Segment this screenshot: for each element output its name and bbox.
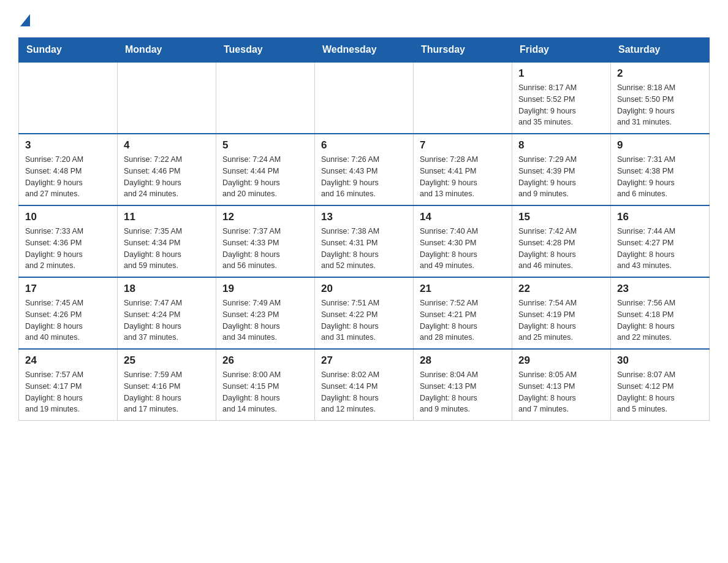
- logo: [18, 12, 30, 25]
- day-info: Sunrise: 7:38 AM Sunset: 4:31 PM Dayligh…: [321, 226, 407, 272]
- calendar-week-row: 10Sunrise: 7:33 AM Sunset: 4:36 PM Dayli…: [19, 205, 710, 277]
- calendar-header-row: SundayMondayTuesdayWednesdayThursdayFrid…: [19, 38, 710, 63]
- calendar-cell: 4Sunrise: 7:22 AM Sunset: 4:46 PM Daylig…: [118, 134, 216, 205]
- day-info: Sunrise: 7:28 AM Sunset: 4:41 PM Dayligh…: [420, 154, 506, 200]
- day-info: Sunrise: 8:18 AM Sunset: 5:50 PM Dayligh…: [617, 82, 703, 128]
- day-info: Sunrise: 7:20 AM Sunset: 4:48 PM Dayligh…: [25, 154, 111, 200]
- calendar-cell: 2Sunrise: 8:18 AM Sunset: 5:50 PM Daylig…: [611, 62, 710, 134]
- day-info: Sunrise: 7:52 AM Sunset: 4:21 PM Dayligh…: [420, 297, 506, 343]
- day-info: Sunrise: 7:37 AM Sunset: 4:33 PM Dayligh…: [222, 226, 308, 272]
- calendar-cell: 19Sunrise: 7:49 AM Sunset: 4:23 PM Dayli…: [216, 277, 315, 349]
- calendar-cell: [216, 62, 315, 134]
- day-info: Sunrise: 7:26 AM Sunset: 4:43 PM Dayligh…: [321, 154, 407, 200]
- logo-arrow-icon: [20, 14, 30, 26]
- day-number: 19: [222, 283, 308, 295]
- day-info: Sunrise: 8:00 AM Sunset: 4:15 PM Dayligh…: [222, 369, 308, 415]
- day-info: Sunrise: 8:02 AM Sunset: 4:14 PM Dayligh…: [321, 369, 407, 415]
- day-info: Sunrise: 7:51 AM Sunset: 4:22 PM Dayligh…: [321, 297, 407, 343]
- day-info: Sunrise: 7:56 AM Sunset: 4:18 PM Dayligh…: [617, 297, 703, 343]
- day-number: 28: [420, 354, 506, 367]
- day-info: Sunrise: 7:47 AM Sunset: 4:24 PM Dayligh…: [124, 297, 210, 343]
- day-number: 4: [124, 139, 210, 151]
- calendar-cell: 16Sunrise: 7:44 AM Sunset: 4:27 PM Dayli…: [611, 205, 710, 277]
- calendar-cell: 20Sunrise: 7:51 AM Sunset: 4:22 PM Dayli…: [315, 277, 414, 349]
- day-info: Sunrise: 7:24 AM Sunset: 4:44 PM Dayligh…: [222, 154, 308, 200]
- calendar-week-row: 1Sunrise: 8:17 AM Sunset: 5:52 PM Daylig…: [19, 62, 710, 134]
- day-info: Sunrise: 8:04 AM Sunset: 4:13 PM Dayligh…: [420, 369, 506, 415]
- day-info: Sunrise: 7:57 AM Sunset: 4:17 PM Dayligh…: [25, 369, 111, 415]
- calendar-cell: 22Sunrise: 7:54 AM Sunset: 4:19 PM Dayli…: [512, 277, 611, 349]
- day-number: 27: [321, 354, 407, 367]
- calendar-cell: [315, 62, 414, 134]
- day-number: 30: [617, 354, 703, 367]
- day-number: 5: [222, 139, 308, 151]
- calendar-cell: 12Sunrise: 7:37 AM Sunset: 4:33 PM Dayli…: [216, 205, 315, 277]
- day-info: Sunrise: 7:33 AM Sunset: 4:36 PM Dayligh…: [25, 226, 111, 272]
- calendar-cell: 13Sunrise: 7:38 AM Sunset: 4:31 PM Dayli…: [315, 205, 414, 277]
- day-number: 3: [25, 139, 111, 151]
- calendar-cell: 9Sunrise: 7:31 AM Sunset: 4:38 PM Daylig…: [611, 134, 710, 205]
- day-number: 20: [321, 283, 407, 295]
- day-number: 26: [222, 354, 308, 367]
- calendar-cell: 21Sunrise: 7:52 AM Sunset: 4:21 PM Dayli…: [414, 277, 512, 349]
- day-number: 14: [420, 211, 506, 223]
- day-number: 25: [124, 354, 210, 367]
- calendar-cell: [118, 62, 216, 134]
- day-info: Sunrise: 7:45 AM Sunset: 4:26 PM Dayligh…: [25, 297, 111, 343]
- weekday-header-wednesday: Wednesday: [315, 38, 414, 63]
- calendar-cell: 1Sunrise: 8:17 AM Sunset: 5:52 PM Daylig…: [512, 62, 611, 134]
- day-info: Sunrise: 7:49 AM Sunset: 4:23 PM Dayligh…: [222, 297, 308, 343]
- calendar-cell: 28Sunrise: 8:04 AM Sunset: 4:13 PM Dayli…: [414, 349, 512, 421]
- calendar-cell: 7Sunrise: 7:28 AM Sunset: 4:41 PM Daylig…: [414, 134, 512, 205]
- day-number: 17: [25, 283, 111, 295]
- day-info: Sunrise: 7:22 AM Sunset: 4:46 PM Dayligh…: [124, 154, 210, 200]
- day-number: 24: [25, 354, 111, 367]
- day-info: Sunrise: 8:07 AM Sunset: 4:12 PM Dayligh…: [617, 369, 703, 415]
- day-info: Sunrise: 7:31 AM Sunset: 4:38 PM Dayligh…: [617, 154, 703, 200]
- calendar-week-row: 3Sunrise: 7:20 AM Sunset: 4:48 PM Daylig…: [19, 134, 710, 205]
- day-info: Sunrise: 7:35 AM Sunset: 4:34 PM Dayligh…: [124, 226, 210, 272]
- calendar-cell: 10Sunrise: 7:33 AM Sunset: 4:36 PM Dayli…: [19, 205, 118, 277]
- calendar-cell: 8Sunrise: 7:29 AM Sunset: 4:39 PM Daylig…: [512, 134, 611, 205]
- weekday-header-thursday: Thursday: [414, 38, 512, 63]
- weekday-header-friday: Friday: [512, 38, 611, 63]
- page-header: [18, 12, 710, 25]
- day-number: 11: [124, 211, 210, 223]
- calendar-table: SundayMondayTuesdayWednesdayThursdayFrid…: [18, 37, 710, 421]
- calendar-cell: [414, 62, 512, 134]
- calendar-cell: 15Sunrise: 7:42 AM Sunset: 4:28 PM Dayli…: [512, 205, 611, 277]
- calendar-cell: 3Sunrise: 7:20 AM Sunset: 4:48 PM Daylig…: [19, 134, 118, 205]
- day-number: 23: [617, 283, 703, 295]
- day-number: 21: [420, 283, 506, 295]
- day-info: Sunrise: 7:54 AM Sunset: 4:19 PM Dayligh…: [518, 297, 604, 343]
- day-info: Sunrise: 7:59 AM Sunset: 4:16 PM Dayligh…: [124, 369, 210, 415]
- calendar-cell: 17Sunrise: 7:45 AM Sunset: 4:26 PM Dayli…: [19, 277, 118, 349]
- calendar-cell: 30Sunrise: 8:07 AM Sunset: 4:12 PM Dayli…: [611, 349, 710, 421]
- day-number: 16: [617, 211, 703, 223]
- calendar-week-row: 24Sunrise: 7:57 AM Sunset: 4:17 PM Dayli…: [19, 349, 710, 421]
- calendar-cell: 29Sunrise: 8:05 AM Sunset: 4:13 PM Dayli…: [512, 349, 611, 421]
- weekday-header-sunday: Sunday: [19, 38, 118, 63]
- calendar-cell: 27Sunrise: 8:02 AM Sunset: 4:14 PM Dayli…: [315, 349, 414, 421]
- day-number: 18: [124, 283, 210, 295]
- day-info: Sunrise: 7:44 AM Sunset: 4:27 PM Dayligh…: [617, 226, 703, 272]
- day-number: 10: [25, 211, 111, 223]
- calendar-cell: 26Sunrise: 8:00 AM Sunset: 4:15 PM Dayli…: [216, 349, 315, 421]
- weekday-header-tuesday: Tuesday: [216, 38, 315, 63]
- day-number: 8: [518, 139, 604, 151]
- calendar-cell: 23Sunrise: 7:56 AM Sunset: 4:18 PM Dayli…: [611, 277, 710, 349]
- calendar-week-row: 17Sunrise: 7:45 AM Sunset: 4:26 PM Dayli…: [19, 277, 710, 349]
- day-number: 2: [617, 67, 703, 80]
- calendar-cell: 18Sunrise: 7:47 AM Sunset: 4:24 PM Dayli…: [118, 277, 216, 349]
- day-number: 1: [518, 67, 604, 80]
- day-number: 15: [518, 211, 604, 223]
- calendar-cell: [19, 62, 118, 134]
- calendar-cell: 14Sunrise: 7:40 AM Sunset: 4:30 PM Dayli…: [414, 205, 512, 277]
- calendar-cell: 25Sunrise: 7:59 AM Sunset: 4:16 PM Dayli…: [118, 349, 216, 421]
- calendar-cell: 24Sunrise: 7:57 AM Sunset: 4:17 PM Dayli…: [19, 349, 118, 421]
- day-number: 6: [321, 139, 407, 151]
- day-info: Sunrise: 8:05 AM Sunset: 4:13 PM Dayligh…: [518, 369, 604, 415]
- calendar-cell: 6Sunrise: 7:26 AM Sunset: 4:43 PM Daylig…: [315, 134, 414, 205]
- day-number: 9: [617, 139, 703, 151]
- day-info: Sunrise: 7:40 AM Sunset: 4:30 PM Dayligh…: [420, 226, 506, 272]
